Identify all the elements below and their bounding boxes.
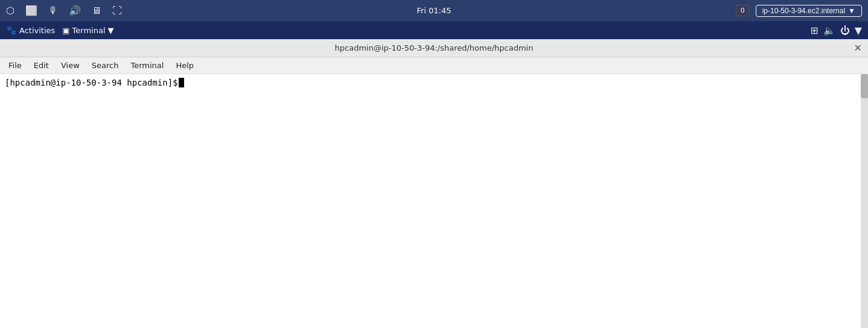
window-icon[interactable]: ⬜ [25, 5, 37, 16]
system-bar: ⬡ ⬜ 🎙 🔊 🖥 ⛶ Fri 01:45 0 ip-10-50-3-94.ec… [0, 0, 868, 21]
terminal-label-text: Terminal [72, 26, 106, 35]
close-button[interactable]: ✕ [854, 43, 862, 53]
terminal-menu[interactable]: ▣ Terminal ▼ [62, 26, 113, 35]
volume-icon[interactable]: 🔊 [69, 5, 81, 16]
hostname-dropdown-icon: ▼ [848, 7, 855, 15]
settings-dropdown-icon[interactable]: ▼ [855, 25, 862, 36]
menu-edit[interactable]: Edit [29, 60, 54, 71]
scrollbar-thumb[interactable] [861, 74, 868, 98]
menu-view[interactable]: View [56, 60, 85, 71]
workspace-icon[interactable]: ⬡ [6, 5, 14, 16]
menu-file[interactable]: File [4, 60, 27, 71]
sound-icon[interactable]: 🔈 [823, 25, 835, 36]
menu-help[interactable]: Help [171, 60, 199, 71]
activities-bar-right: ⊞ 🔈 ⏻ ▼ [810, 25, 862, 36]
activities-button[interactable]: 🐾 Activities [6, 25, 55, 35]
activities-icon: 🐾 [6, 25, 16, 35]
activities-label-text: Activities [19, 26, 55, 35]
terminal-menubar: File Edit View Search Terminal Help [0, 57, 868, 74]
cursor [179, 78, 184, 87]
terminal-dropdown-icon: ▼ [108, 26, 114, 35]
scrollbar[interactable] [861, 74, 868, 328]
system-bar-right: 0 ip-10-50-3-94.ec2.internal ▼ [736, 5, 862, 17]
terminal-titlebar: hpcadmin@ip-10-50-3-94:/shared/home/hpca… [0, 39, 868, 57]
mic-icon[interactable]: 🎙 [48, 5, 58, 16]
prompt-text: [hpcadmin@ip-10-50-3-94 hpcadmin]$ [5, 78, 178, 87]
time-label: Fri 01:45 [416, 6, 451, 15]
hostname-label: ip-10-50-3-94.ec2.internal [762, 7, 845, 15]
notification-badge[interactable]: 0 [736, 5, 750, 16]
terminal-prompt-line: [hpcadmin@ip-10-50-3-94 hpcadmin]$ [5, 78, 863, 87]
network-icon[interactable]: ⊞ [810, 25, 818, 36]
system-bar-left: ⬡ ⬜ 🎙 🔊 🖥 ⛶ [6, 5, 122, 16]
fullscreen-icon[interactable]: ⛶ [112, 5, 122, 16]
power-icon[interactable]: ⏻ [840, 25, 850, 36]
menu-terminal[interactable]: Terminal [126, 60, 168, 71]
display-icon[interactable]: 🖥 [92, 5, 101, 16]
terminal-title: hpcadmin@ip-10-50-3-94:/shared/home/hpca… [335, 43, 534, 52]
hostname-button[interactable]: ip-10-50-3-94.ec2.internal ▼ [756, 5, 862, 17]
terminal-body[interactable]: [hpcadmin@ip-10-50-3-94 hpcadmin]$ [0, 74, 868, 328]
activities-bar: 🐾 Activities ▣ Terminal ▼ ⊞ 🔈 ⏻ ▼ [0, 21, 868, 39]
terminal-window: hpcadmin@ip-10-50-3-94:/shared/home/hpca… [0, 39, 868, 328]
terminal-icon: ▣ [62, 26, 69, 35]
system-time: Fri 01:45 [416, 6, 451, 15]
menu-search[interactable]: Search [87, 60, 124, 71]
